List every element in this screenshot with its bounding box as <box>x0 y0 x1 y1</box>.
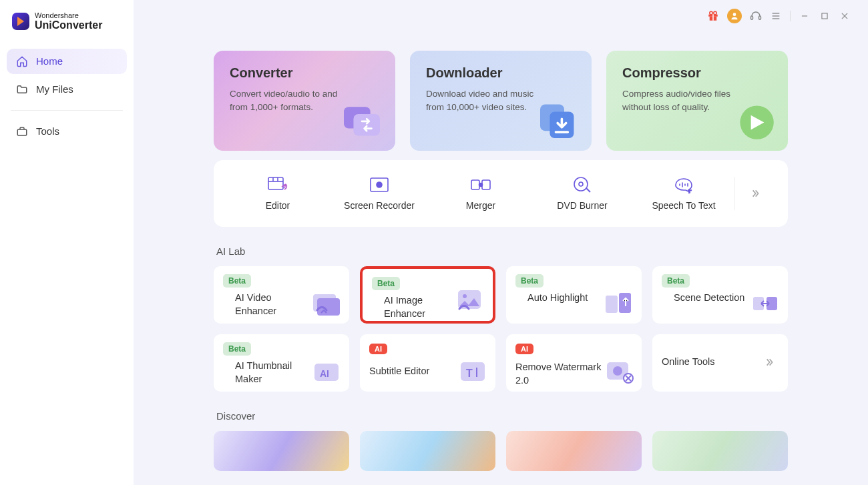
tile-scene-detection[interactable]: Beta Scene Detection <box>652 266 788 324</box>
svg-point-47 <box>613 366 622 376</box>
tile-scene-detection-label: Scene Detection <box>662 292 748 305</box>
thumbnail-maker-icon: AI <box>310 357 343 385</box>
toolbar-more[interactable] <box>734 177 775 210</box>
discover-item-2[interactable] <box>360 431 495 471</box>
svg-text:T: T <box>466 368 473 379</box>
tile-subtitle-editor[interactable]: AI Subtitle Editor T <box>360 334 495 392</box>
close-icon[interactable] <box>839 10 851 22</box>
brand-top: Wondershare <box>35 12 102 19</box>
nav-tools[interactable]: Tools <box>7 119 127 144</box>
tile-subtitle-editor-label: Subtitle Editor <box>369 365 456 378</box>
screen-recorder-icon <box>369 176 390 193</box>
svg-point-30 <box>574 177 588 191</box>
card-downloader-title: Downloader <box>426 65 576 81</box>
nav-home-label: Home <box>36 55 63 67</box>
svg-rect-13 <box>822 13 827 19</box>
tile-ai-video-enhancer[interactable]: Beta AI Video Enhancer <box>214 266 349 324</box>
card-downloader[interactable]: Downloader Download video and music from… <box>410 51 592 151</box>
svg-rect-7 <box>751 16 753 19</box>
gift-icon[interactable] <box>707 10 719 22</box>
tile-remove-watermark-label: Remove Watermark 2.0 <box>515 361 602 387</box>
toolbar: Editor Screen Recorder Merger DVD Burner… <box>214 160 788 227</box>
speech-to-text-icon: T <box>673 176 694 193</box>
nav-home[interactable]: Home <box>7 49 127 74</box>
card-converter[interactable]: Converter Convert video/audio to and fro… <box>214 51 395 151</box>
video-enhancer-icon <box>310 289 343 317</box>
tool-editor[interactable]: Editor <box>227 176 329 211</box>
card-downloader-desc: Download video and music from 10,000+ vi… <box>426 87 546 115</box>
app-logo: Wondershare UniConverter <box>7 12 127 43</box>
svg-rect-27 <box>471 180 479 189</box>
converter-icon <box>338 96 386 144</box>
tool-merger[interactable]: Merger <box>430 176 531 211</box>
card-compressor-title: Compressor <box>622 65 772 81</box>
card-compressor-desc: Compress audio/video files without loss … <box>622 87 742 115</box>
svg-rect-21 <box>268 177 283 189</box>
subtitle-editor-icon: T <box>457 357 489 385</box>
tool-dvd-burner[interactable]: DVD Burner <box>531 176 633 211</box>
beta-badge: Beta <box>223 274 251 288</box>
section-ailab-title: AI Lab <box>216 246 788 257</box>
nav-tools-label: Tools <box>36 125 59 137</box>
beta-badge: Beta <box>223 342 251 356</box>
svg-rect-28 <box>482 180 490 189</box>
titlebar-sep <box>790 11 791 21</box>
ailab-grid: Beta AI Video Enhancer Beta AI Image Enh… <box>214 266 788 392</box>
discover-item-1[interactable] <box>214 431 349 471</box>
svg-point-36 <box>463 294 467 298</box>
menu-icon[interactable] <box>770 10 782 22</box>
sidebar: Wondershare UniConverter Home My Files T… <box>0 0 134 485</box>
discover-item-4[interactable] <box>652 431 788 471</box>
beta-badge: Beta <box>372 277 400 290</box>
svg-rect-37 <box>606 296 618 313</box>
svg-point-29 <box>479 183 483 187</box>
image-enhancer-icon <box>454 286 486 314</box>
tool-dvd-burner-label: DVD Burner <box>557 200 607 211</box>
support-icon[interactable] <box>750 10 762 22</box>
maximize-icon[interactable] <box>819 10 831 22</box>
tool-editor-label: Editor <box>266 200 290 211</box>
tile-ai-image-enhancer-label: AI Image Enhancer <box>372 294 459 320</box>
nav-files-label: My Files <box>36 83 73 95</box>
tile-ai-thumbnail-maker-label: AI Thumbnail Maker <box>223 360 310 386</box>
titlebar <box>140 7 855 25</box>
tile-ai-image-enhancer[interactable]: Beta AI Image Enhancer <box>360 266 495 324</box>
dvd-burner-icon <box>572 176 593 193</box>
main: Converter Convert video/audio to and fro… <box>140 25 855 471</box>
brand-bottom: UniConverter <box>35 19 102 31</box>
home-icon <box>16 55 28 67</box>
discover-item-3[interactable] <box>506 431 642 471</box>
tile-online-tools[interactable]: Online Tools <box>652 334 788 392</box>
compressor-icon <box>730 96 779 144</box>
card-compressor[interactable]: Compressor Compress audio/video files wi… <box>606 51 788 151</box>
tile-remove-watermark[interactable]: AI Remove Watermark 2.0 <box>506 334 642 392</box>
tool-screen-recorder[interactable]: Screen Recorder <box>329 176 430 211</box>
svg-text:AI: AI <box>320 368 329 379</box>
tool-speech-to-text[interactable]: T Speech To Text <box>633 176 734 211</box>
svg-text:T: T <box>688 189 692 193</box>
scene-detection-icon <box>749 289 781 317</box>
top-cards: Converter Convert video/audio to and fro… <box>214 51 788 151</box>
svg-rect-8 <box>759 16 761 19</box>
card-converter-title: Converter <box>230 65 379 81</box>
svg-rect-17 <box>353 114 380 135</box>
svg-rect-43 <box>461 362 485 381</box>
minimize-icon[interactable] <box>799 10 811 22</box>
remove-watermark-icon <box>603 357 635 385</box>
beta-badge: Beta <box>662 274 690 288</box>
nav-files[interactable]: My Files <box>7 77 127 102</box>
toolbox-icon <box>16 125 28 137</box>
tile-auto-highlight-label: Auto Highlight <box>515 292 602 305</box>
user-icon[interactable] <box>727 9 742 23</box>
tool-merger-label: Merger <box>466 200 495 211</box>
content: Converter Convert video/audio to and fro… <box>134 0 868 485</box>
folder-icon <box>16 83 28 95</box>
tool-speech-to-text-label: Speech To Text <box>652 200 715 211</box>
tile-ai-thumbnail-maker[interactable]: Beta AI Thumbnail Maker AI <box>214 334 349 392</box>
tile-online-tools-label: Online Tools <box>662 356 748 369</box>
tile-auto-highlight[interactable]: Beta Auto Highlight <box>506 266 642 324</box>
editor-icon <box>267 176 288 193</box>
discover-grid <box>214 431 788 471</box>
nav-divider <box>11 110 123 111</box>
ai-badge: AI <box>369 344 387 354</box>
